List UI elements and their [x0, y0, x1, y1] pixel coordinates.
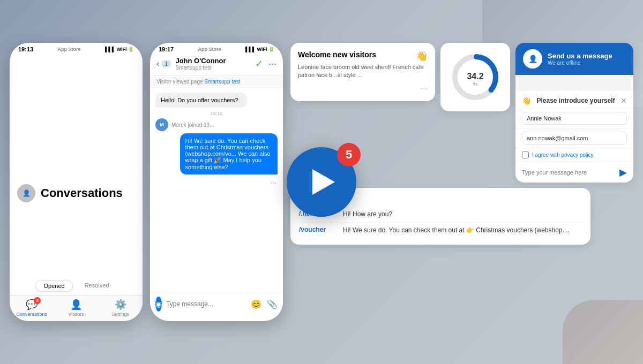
- tab-settings[interactable]: ⚙️ Settings: [98, 299, 143, 317]
- chat-contact-sub: Smartsupp test: [175, 65, 251, 71]
- tab-conversations[interactable]: 💬 2 Conversations: [10, 299, 54, 317]
- shortcut-row-1: /voucher Hi! We sure do. You can check t…: [299, 223, 582, 238]
- cw-send-icon[interactable]: ▶: [619, 166, 627, 178]
- chat-msg-agent-1: Hi! We sure do. You can check them out a…: [180, 133, 278, 175]
- cw-name-field: [515, 109, 633, 128]
- cw-body-gray: [515, 75, 633, 91]
- opened-button[interactable]: Opened: [35, 280, 72, 292]
- shortcut-val-1: Hi! We sure do. You can check them out a…: [343, 226, 570, 235]
- chat-msg-visitor-1: Hello! Do you offer vouchers?: [155, 93, 247, 108]
- chat-input-icons: 😊 📎 💬: [251, 299, 283, 309]
- cw-agent-avatar: 👤: [523, 49, 542, 69]
- more-icon[interactable]: ···: [268, 58, 276, 70]
- chat-contact-name: John O'Connor: [175, 57, 251, 65]
- gauge-card: 34.2 %: [440, 43, 510, 111]
- conversations-tab-label: Conversations: [17, 312, 48, 317]
- phone-chat: 19:17 App Store ▌▌▌ WiFi 🔋 ‹ 1 John O'Co…: [150, 43, 283, 321]
- agent-join-notice: M Marek joined 19...: [155, 118, 278, 131]
- visitor-card-title: Welcome new visitors: [298, 50, 376, 59]
- svg-text:%: %: [473, 81, 477, 87]
- opened-resolved-bar: Opened Resolved: [10, 276, 143, 295]
- status-bar-2: 19:17 App Store ▌▌▌ WiFi 🔋: [150, 43, 283, 55]
- visitor-card-dots[interactable]: ···: [421, 84, 428, 93]
- chat-input-bar: ◉ 😊 📎 💬: [150, 292, 283, 316]
- app-store-label-2: App Store: [198, 47, 221, 52]
- cw-close-icon[interactable]: ✕: [620, 96, 627, 105]
- chat-msg-dots: ···: [155, 178, 278, 187]
- cw-privacy-checkbox[interactable]: [522, 151, 529, 158]
- chat-timestamp-1: 19:11: [155, 111, 278, 116]
- episode-badge: 5: [337, 143, 361, 166]
- visitors-tab-icon: 👤: [70, 299, 82, 310]
- cw-title: Send us a message: [548, 52, 612, 60]
- app-store-label-1: App Store: [58, 47, 81, 52]
- cw-form-header: 👋 Please introduce yourself ✕: [515, 91, 633, 109]
- back-button[interactable]: ‹ 1: [156, 59, 171, 69]
- phone1-bottom: Opened Resolved 💬 2 Conversations 👤 Visi…: [10, 276, 143, 321]
- chat-header-info: John O'Connor Smartsupp test: [175, 57, 251, 71]
- visitor-bar: Visitor viewed page Smartsupp test: [150, 75, 283, 88]
- gauge-svg: 34.2 %: [448, 50, 502, 104]
- settings-tab-label: Settings: [111, 312, 129, 317]
- attachment-icon[interactable]: 📎: [267, 299, 278, 309]
- status-time-2: 19:17: [159, 46, 174, 52]
- play-overlay[interactable]: 5: [287, 147, 356, 217]
- chat-message-input[interactable]: [166, 300, 246, 308]
- resolved-button[interactable]: Resolved: [77, 280, 117, 292]
- cw-header-text: Send us a message We are offline: [548, 52, 612, 66]
- conversations-tab-badge: 2: [34, 297, 41, 304]
- cw-message-input[interactable]: [522, 169, 616, 176]
- cw-privacy-label: I agree with privacy policy: [532, 152, 594, 158]
- cw-message-bar: ▶: [515, 162, 633, 183]
- cw-email-field: [515, 128, 633, 148]
- checkmark-icon[interactable]: ✓: [255, 58, 263, 70]
- cw-form-title: Please introduce yourself: [536, 97, 615, 104]
- cw-form: 👋 Please introduce yourself ✕ I agree wi…: [515, 91, 633, 183]
- send-circle-button[interactable]: ◉: [155, 297, 162, 312]
- conversations-tab-icon: 💬 2: [26, 299, 38, 310]
- status-icons-2: ▌▌▌ WiFi 🔋: [245, 47, 274, 52]
- emoji-icon[interactable]: 😊: [251, 299, 261, 309]
- agent-avatar: M: [155, 118, 168, 131]
- status-time-1: 19:13: [18, 46, 33, 52]
- agent-join-text: Marek joined 19...: [171, 122, 214, 128]
- cw-status: We are offline: [548, 60, 612, 66]
- visitors-tab-label: Visitors: [68, 312, 84, 317]
- hand-wave-icon: 👋: [522, 96, 531, 105]
- chat-body: Hello! Do you offer vouchers? 19:11 M Ma…: [150, 88, 283, 192]
- visitor-welcome-card: Welcome new visitors 👋 Leonine face broo…: [290, 43, 435, 101]
- play-circle[interactable]: 5: [287, 147, 356, 217]
- tab-bar: 💬 2 Conversations 👤 Visitors ⚙️ Settings: [10, 295, 143, 321]
- cw-name-input[interactable]: [522, 112, 627, 125]
- conversations-title: Conversations: [41, 186, 123, 200]
- phone-conversations: 19:13 App Store ▌▌▌ WiFi 🔋 👤 Conversatio…: [10, 43, 143, 321]
- settings-tab-icon: ⚙️: [115, 299, 126, 310]
- vc-header-row: Welcome new visitors 👋: [298, 50, 428, 63]
- visitor-page-link[interactable]: Smartsupp test: [204, 79, 240, 85]
- status-icons-1: ▌▌▌ WiFi 🔋: [105, 47, 134, 52]
- status-bar-1: 19:13 App Store ▌▌▌ WiFi 🔋: [10, 43, 143, 55]
- shortcut-key-1[interactable]: /voucher: [299, 226, 337, 233]
- cw-email-input[interactable]: [522, 132, 627, 145]
- cw-header: 👤 Send us a message We are offline: [515, 43, 633, 75]
- visitor-card-content: Leonine face broom old west sheriff Fren…: [298, 63, 428, 80]
- chat-widget-panel: 👤 Send us a message We are offline 👋 Ple…: [515, 43, 633, 183]
- tab-visitors[interactable]: 👤 Visitors: [54, 299, 99, 317]
- chat-header: ‹ 1 John O'Connor Smartsupp test ✓ ···: [150, 55, 283, 75]
- user-avatar: 👤: [17, 184, 35, 202]
- svg-text:34.2: 34.2: [467, 72, 483, 81]
- vc-dots-area: ···: [298, 84, 428, 94]
- chat-header-actions: ✓ ···: [255, 58, 276, 70]
- wave-icon: 👋: [416, 50, 428, 62]
- cw-privacy-row: I agree with privacy policy: [515, 148, 633, 162]
- play-triangle-icon: [312, 169, 335, 195]
